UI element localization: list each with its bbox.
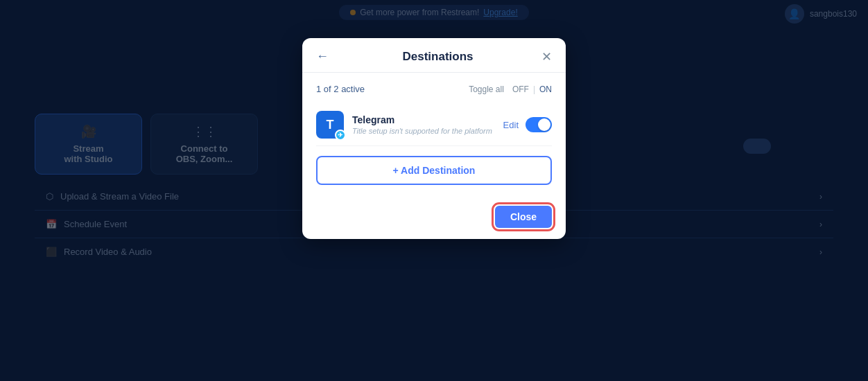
telegram-edit-link[interactable]: Edit bbox=[503, 120, 519, 130]
toggle-on-label: ON bbox=[539, 85, 552, 94]
telegram-avatar: T ✈ bbox=[316, 111, 344, 139]
destinations-modal: ← Destinations ✕ 1 of 2 active Toggle al… bbox=[302, 38, 566, 239]
active-count: 1 of 2 active bbox=[316, 84, 365, 94]
modal-title: Destinations bbox=[334, 50, 541, 64]
modal-header: ← Destinations ✕ bbox=[302, 38, 566, 73]
telegram-actions: Edit bbox=[503, 117, 552, 132]
toggle-off-label: OFF bbox=[512, 85, 529, 94]
modal-footer: Close bbox=[302, 206, 566, 239]
toggle-all-control[interactable]: Toggle all OFF | ON bbox=[469, 85, 552, 94]
telegram-toggle[interactable] bbox=[526, 117, 552, 132]
toggle-separator: | bbox=[533, 85, 535, 94]
telegram-initial: T bbox=[327, 118, 334, 132]
modal-body: 1 of 2 active Toggle all OFF | ON T ✈ Te… bbox=[302, 73, 566, 206]
modal-close-button[interactable]: ✕ bbox=[541, 51, 552, 63]
telegram-info: Telegram Title setup isn't supported for… bbox=[352, 114, 495, 135]
close-button[interactable]: Close bbox=[495, 206, 552, 228]
destination-item-telegram: T ✈ Telegram Title setup isn't supported… bbox=[316, 104, 552, 146]
add-destination-button[interactable]: + Add Destination bbox=[316, 156, 552, 185]
telegram-name: Telegram bbox=[352, 114, 495, 125]
toggle-all-label: Toggle all bbox=[469, 85, 504, 94]
telegram-badge-icon: ✈ bbox=[335, 130, 346, 141]
active-count-row: 1 of 2 active Toggle all OFF | ON bbox=[316, 84, 552, 94]
modal-back-button[interactable]: ← bbox=[316, 49, 329, 64]
telegram-subtitle: Title setup isn't supported for the plat… bbox=[352, 127, 495, 135]
